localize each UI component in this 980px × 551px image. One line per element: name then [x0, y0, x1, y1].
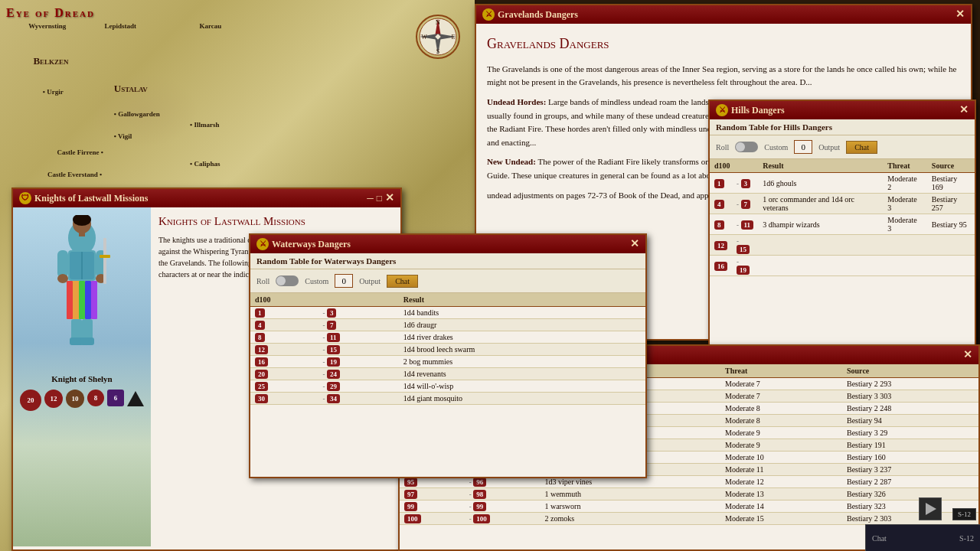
- hills-custom-label: Custom: [764, 143, 788, 152]
- hills-result-2: 1 orc commander and 1d4 orc veterans: [758, 194, 883, 214]
- forest-result-12: 2 zomoks: [540, 513, 720, 525]
- hills-roll-toggle[interactable]: [735, 142, 758, 152]
- map-label-illmarsh: • Illmarsh: [190, 121, 219, 129]
- hills-source-2: Bestiary 257: [927, 194, 975, 214]
- map-label-lepidstadt: Lepidstadt: [104, 22, 136, 30]
- forest-row-11: 99 - 99 1 warsworn Moderate 14 Bestiary …: [400, 500, 978, 513]
- hills-chat-button[interactable]: Chat: [846, 141, 877, 154]
- waterways-roll-toggle[interactable]: [276, 276, 299, 286]
- forest-threat-8: Moderate 11: [720, 464, 842, 476]
- die-triangle: [127, 391, 144, 406]
- svg-rect-19: [73, 281, 79, 319]
- map-label-karcau: Karcau: [199, 22, 221, 30]
- waterways-table: d100 Result 1 - 3 1d4 bandits 4 - 7 1d6 …: [250, 293, 645, 405]
- hills-col-source: Source: [927, 159, 975, 173]
- knights-character-area: Knight of Shelyn 20 12 10 8 6: [13, 207, 151, 546]
- knights-minimize-button[interactable]: ─: [367, 193, 374, 204]
- forest-close-button[interactable]: ✕: [963, 350, 972, 360]
- waterways-custom-label: Custom: [305, 277, 328, 285]
- waterways-result-1: 1d4 bandits: [399, 307, 645, 319]
- hills-result-3: 3 dhampir wizards: [758, 214, 883, 235]
- hills-custom-value[interactable]: 0: [794, 140, 812, 154]
- forest-threat-9: Moderate 12: [720, 476, 842, 488]
- hills-threat-4: [883, 235, 927, 256]
- s12-badge: S-12: [952, 508, 976, 520]
- hills-result-1: 1d6 ghouls: [758, 173, 883, 194]
- waterways-output-label: Output: [359, 277, 381, 285]
- forest-source-3: Bestiary 2 248: [842, 403, 978, 415]
- map-label-belkzen: Belkzen: [33, 55, 68, 67]
- knights-icon: 🛡: [19, 192, 31, 204]
- hills-table-wrap: d100 Result Threat Source 1 - 3 1d6 ghou…: [710, 159, 975, 363]
- svg-rect-28: [100, 255, 110, 258]
- svg-rect-13: [79, 232, 85, 236]
- compass: N S W E: [415, 14, 461, 63]
- hills-threat-3: Moderate 3: [883, 214, 927, 235]
- hills-row-5: 16 - 19: [710, 256, 975, 276]
- map-label-caliphas: • Caliphas: [190, 160, 220, 168]
- forest-source-9: Bestiary 2 287: [842, 476, 978, 488]
- forest-source-10: Bestiary 326: [842, 488, 978, 500]
- gravelands-section-title: Gravelands Dangers: [487, 33, 960, 55]
- svg-text:S: S: [436, 48, 439, 55]
- forest-source-4: Bestiary 94: [842, 415, 978, 427]
- die-d8: 8: [87, 390, 104, 406]
- hills-close-button[interactable]: ✕: [959, 105, 969, 116]
- hills-icon: ⚔: [716, 104, 728, 116]
- waterways-row-4: 12 - 15 1d4 brood leech swarm: [250, 344, 645, 356]
- forest-result-11: 1 warsworn: [540, 500, 720, 513]
- map-label-gallowgarden: • Gallowgarden: [114, 110, 160, 118]
- hills-source-4: [927, 235, 975, 256]
- forest-source-2: Bestiary 3 303: [842, 390, 978, 403]
- die-d6: 6: [107, 390, 124, 406]
- hills-roll-label: Roll: [716, 143, 729, 152]
- forest-source-8: Bestiary 3 237: [842, 464, 978, 476]
- waterways-row-3: 8 - 11 1d4 river drakes: [250, 331, 645, 344]
- waterways-header: ⚔ Waterways Dangers ✕: [250, 235, 645, 253]
- forest-source-1: Bestiary 2 293: [842, 378, 978, 390]
- forest-threat-7: Moderate 10: [720, 452, 842, 464]
- hills-output-label: Output: [818, 143, 840, 152]
- svg-rect-21: [85, 281, 91, 319]
- waterways-close-button[interactable]: ✕: [630, 239, 639, 249]
- waterways-row-1: 1 - 3 1d4 bandits: [250, 307, 645, 319]
- waterways-roll-controls: Roll Custom 0 Output Chat: [250, 269, 645, 293]
- forest-threat-6: Moderate 9: [720, 439, 842, 452]
- hills-col-result: Result: [758, 159, 883, 173]
- waterways-row-8: 30 - 34 1d4 giant mosquito: [250, 393, 645, 405]
- knights-header-controls: ─ □ ✕: [367, 193, 394, 204]
- svg-text:W: W: [421, 34, 427, 41]
- knights-expand-button[interactable]: □: [377, 193, 382, 204]
- hills-row-3: 8 - 11 3 dhampir wizards Moderate 3 Best…: [710, 214, 975, 235]
- svg-rect-22: [91, 281, 97, 319]
- forest-source-7: Bestiary 160: [842, 452, 978, 464]
- waterways-icon: ⚔: [256, 238, 269, 250]
- play-button[interactable]: [919, 497, 942, 520]
- waterways-table-wrap: d100 Result 1 - 3 1d4 bandits 4 - 7 1d6 …: [250, 293, 645, 474]
- waterways-result-8: 1d4 giant mosquito: [399, 393, 645, 405]
- waterways-col-d100: d100: [250, 293, 399, 307]
- knights-header: 🛡 Knights of Lastwall Missions ─ □ ✕: [13, 189, 400, 207]
- waterways-row-5: 16 - 19 2 bog mummies: [250, 356, 645, 368]
- waterways-row-2: 4 - 7 1d6 draugr: [250, 319, 645, 331]
- svg-text:N: N: [436, 19, 440, 26]
- waterways-result-4: 1d4 brood leech swarm: [399, 344, 645, 356]
- hills-title: Hills Dangers: [731, 105, 785, 116]
- forest-threat-4: Moderate 8: [720, 415, 842, 427]
- gravelands-icon: ⚔: [482, 8, 495, 21]
- knights-close-button[interactable]: ✕: [385, 193, 394, 204]
- die-d20: 20: [20, 390, 41, 411]
- forest-threat-12: Moderate 15: [720, 513, 842, 525]
- map-title: Eye of Dread: [6, 6, 95, 20]
- waterways-result-5: 2 bog mummies: [399, 356, 645, 368]
- hills-threat-1: Moderate 2: [883, 173, 927, 194]
- hills-row-4: 12 - 15: [710, 235, 975, 256]
- waterways-chat-button[interactable]: Chat: [387, 275, 418, 288]
- gravelands-header: ⚔ Gravelands Dangers ✕: [476, 5, 971, 24]
- forest-source-5: Bestiary 3 29: [842, 427, 978, 439]
- waterways-result-6: 1d4 revenants: [399, 368, 645, 380]
- gravelands-close-button[interactable]: ✕: [956, 9, 965, 20]
- play-icon: [926, 503, 936, 515]
- waterways-custom-value[interactable]: 0: [335, 274, 353, 288]
- hills-row-2: 4 - 7 1 orc commander and 1d4 orc vetera…: [710, 194, 975, 214]
